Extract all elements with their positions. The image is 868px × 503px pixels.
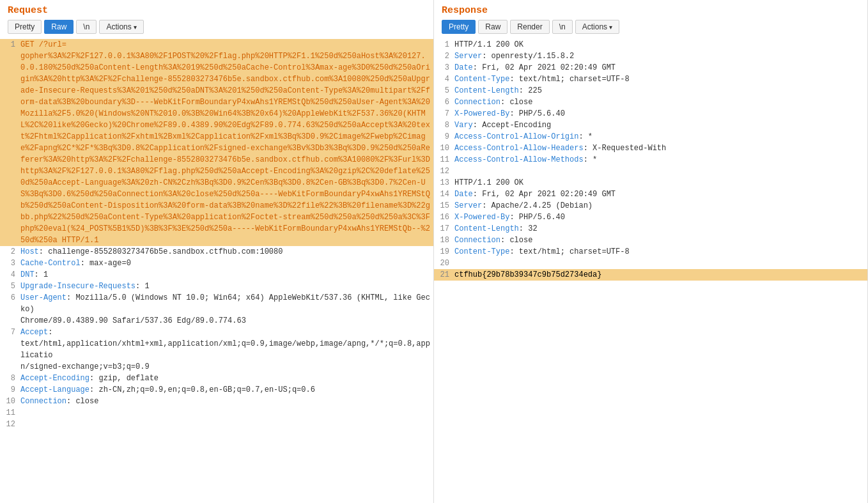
line-number: 2 <box>437 50 454 62</box>
table-row: 21ctfhub{29b78b39347c9b75d2734eda} <box>434 269 867 281</box>
request-raw-tab[interactable]: Raw <box>44 20 74 34</box>
line-content: Date: Fri, 02 Apr 2021 02:20:49 GMT <box>454 189 865 200</box>
line-content: Content-Type: text/html; charset=UTF-8 <box>454 74 865 85</box>
line-number: 8 <box>437 120 454 131</box>
request-pretty-tab[interactable]: Pretty <box>8 20 42 34</box>
line-part: Accept <box>20 328 48 337</box>
line-content: Access-Control-Allow-Methods: * <box>454 154 865 166</box>
line-part: Server <box>454 52 482 61</box>
line-content: Date: Fri, 02 Apr 2021 02:20:49 GMT <box>454 62 865 74</box>
line-number: 9 <box>437 131 454 143</box>
table-row: 3Date: Fri, 02 Apr 2021 02:20:49 GMT <box>434 62 867 74</box>
line-part: : text/html; charset=UTF-8 <box>509 75 629 84</box>
line-number: 8 <box>3 373 20 384</box>
line-part: : Apache/2.4.25 (Debian) <box>482 201 593 210</box>
line-number: 9 <box>3 384 20 396</box>
line-part: : challenge-8552803273476b5e.sandbox.ctf… <box>39 247 283 256</box>
response-title: Response <box>442 5 860 16</box>
table-row: 7Accept: text/html,application/xhtml+xml… <box>0 327 433 373</box>
line-content: Connection: close <box>454 97 865 108</box>
line-part: : zh-CN,zh;q=0.9,en;q=0.8,en-GB;q=0.7,en… <box>89 385 315 394</box>
table-row: 7X-Powered-By: PHP/5.6.40 <box>434 108 867 120</box>
line-number: 20 <box>437 258 454 269</box>
request-title: Request <box>8 5 426 16</box>
line-number: 16 <box>437 212 454 223</box>
line-part: : 1 <box>136 282 150 291</box>
line-part: HTTP/1.1 200 OK <box>454 178 523 187</box>
line-part: : max-age=0 <box>81 259 131 268</box>
line-number: 7 <box>437 108 454 120</box>
line-number: 10 <box>3 396 20 407</box>
table-row: 1HTTP/1.1 200 OK <box>434 39 867 50</box>
line-part: Content-Type <box>454 247 509 256</box>
line-content <box>454 166 865 177</box>
line-content <box>20 419 431 430</box>
line-part: Access-Control-Allow-Origin <box>454 132 578 141</box>
table-row: 1GET /?url= gopher%3A%2F%2F127.0.0.1%3A8… <box>0 39 433 246</box>
line-content: Content-Length: 32 <box>454 223 865 235</box>
line-number: 14 <box>437 189 454 200</box>
line-number: 7 <box>3 327 20 373</box>
line-number: 10 <box>437 143 454 154</box>
line-part: Host <box>20 247 39 256</box>
line-content: Server: Apache/2.4.25 (Debian) <box>454 200 865 212</box>
line-part: : close <box>500 98 532 107</box>
line-part: : 1 <box>35 270 49 279</box>
response-render-tab[interactable]: Render <box>510 20 549 34</box>
line-part: HTTP/1.1 200 OK <box>454 40 523 49</box>
table-row: 9Accept-Language: zh-CN,zh;q=0.9,en;q=0.… <box>0 384 433 396</box>
response-pretty-tab[interactable]: Pretty <box>442 20 476 34</box>
line-content: Accept-Encoding: gzip, deflate <box>20 373 431 384</box>
table-row: 18Connection: close <box>434 235 867 246</box>
line-number: 5 <box>3 281 20 292</box>
line-number: 15 <box>437 200 454 212</box>
line-content: Accept-Language: zh-CN,zh;q=0.9,en;q=0.8… <box>20 384 431 396</box>
line-content: Connection: close <box>454 235 865 246</box>
line-content: Access-Control-Allow-Headers: X-Requeste… <box>454 143 865 154</box>
line-number: 4 <box>437 74 454 85</box>
table-row: 5Upgrade-Insecure-Requests: 1 <box>0 281 433 292</box>
table-row: 3Cache-Control: max-age=0 <box>0 258 433 269</box>
table-row: 10Connection: close <box>0 396 433 407</box>
line-part: X-Powered-By <box>454 109 509 118</box>
line-part: Vary <box>454 121 473 130</box>
line-content: Vary: Accept-Encoding <box>454 120 865 131</box>
line-content: Access-Control-Allow-Origin: * <box>454 131 865 143</box>
line-part: Connection <box>20 397 66 406</box>
table-row: 12 <box>434 166 867 177</box>
line-part: : X-Requested-With <box>584 144 667 153</box>
table-row: 12 <box>0 419 433 430</box>
line-part: : 32 <box>519 224 538 233</box>
response-toolbar: Pretty Raw Render \n Actions ▾ <box>442 20 860 34</box>
line-part: : openresty/1.15.8.2 <box>482 52 574 61</box>
line-number: 18 <box>437 235 454 246</box>
response-raw-tab[interactable]: Raw <box>478 20 508 34</box>
line-part: Access-Control-Allow-Headers <box>454 144 584 153</box>
line-part: Access-Control-Allow-Methods <box>454 155 584 164</box>
response-newline-tab[interactable]: \n <box>552 20 573 34</box>
request-newline-tab[interactable]: \n <box>76 20 97 34</box>
line-content: X-Powered-By: PHP/5.6.40 <box>454 108 865 120</box>
line-content: ctfhub{29b78b39347c9b75d2734eda} <box>454 269 865 281</box>
line-number: 5 <box>437 85 454 97</box>
line-part: : close <box>500 236 532 245</box>
table-row: 6User-Agent: Mozilla/5.0 (Windows NT 10.… <box>0 292 433 327</box>
line-part: : text/html; charset=UTF-8 <box>509 247 629 256</box>
line-number: 21 <box>437 269 454 281</box>
line-part: : 225 <box>519 86 542 95</box>
table-row: 4Content-Type: text/html; charset=UTF-8 <box>434 74 867 85</box>
line-number: 1 <box>3 39 20 246</box>
response-header: Response Pretty Raw Render \n Actions ▾ <box>434 0 867 36</box>
line-content: HTTP/1.1 200 OK <box>454 177 865 189</box>
response-content: 1HTTP/1.1 200 OK2Server: openresty/1.15.… <box>434 36 867 503</box>
line-part: Accept-Language <box>20 385 89 394</box>
line-number: 12 <box>3 419 20 430</box>
response-actions-button[interactable]: Actions ▾ <box>575 20 619 34</box>
line-number: 3 <box>437 62 454 74</box>
line-part: Content-Type <box>454 75 509 84</box>
line-part: Date <box>454 190 473 199</box>
line-part: : close <box>66 397 98 406</box>
line-number: 19 <box>437 246 454 258</box>
request-actions-button[interactable]: Actions ▾ <box>99 20 143 34</box>
line-part: : Mozilla/5.0 (Windows NT 10.0; Win64; x… <box>20 293 430 325</box>
